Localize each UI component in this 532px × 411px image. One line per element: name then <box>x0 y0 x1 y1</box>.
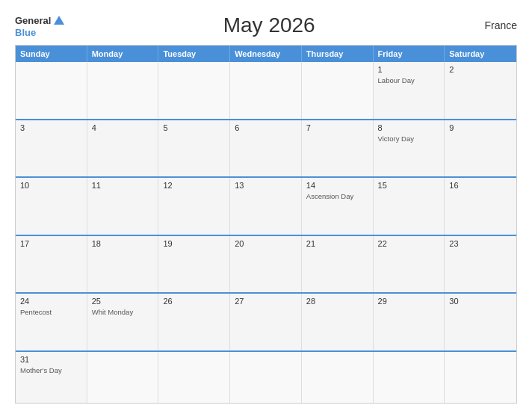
calendar-cell: 4 <box>87 120 159 177</box>
calendar-cell: 19 <box>158 236 230 293</box>
calendar-cell <box>302 62 374 119</box>
day-number: 31 <box>20 355 82 364</box>
day-number: 5 <box>163 123 225 132</box>
calendar-cell <box>158 62 230 119</box>
col-friday: Friday <box>374 46 445 62</box>
day-number: 4 <box>92 123 154 132</box>
calendar-cell: 13 <box>230 178 302 235</box>
calendar-cell: 30 <box>445 294 516 350</box>
logo-blue-text: Blue <box>15 28 66 37</box>
calendar-cell: 18 <box>87 236 159 293</box>
calendar-cell: 9 <box>445 120 516 177</box>
day-number: 2 <box>449 65 512 74</box>
calendar-body: 1Labour Day2345678Victory Day91011121314… <box>16 62 516 403</box>
day-number: 28 <box>306 297 368 306</box>
calendar: Sunday Monday Tuesday Wednesday Thursday… <box>15 45 517 404</box>
calendar-week-1: 1Labour Day2 <box>16 62 516 119</box>
holiday-label: Pentecost <box>20 308 82 316</box>
holiday-label: Whit Monday <box>92 308 154 316</box>
calendar-cell <box>16 62 87 119</box>
day-number: 7 <box>306 123 368 132</box>
calendar-cell <box>87 62 159 119</box>
calendar-cell: 24Pentecost <box>16 294 87 350</box>
col-saturday: Saturday <box>445 46 516 62</box>
calendar-week-4: 17181920212223 <box>16 235 516 293</box>
holiday-label: Ascension Day <box>306 192 368 200</box>
col-wednesday: Wednesday <box>230 46 302 62</box>
calendar-week-2: 345678Victory Day9 <box>16 119 516 177</box>
logo-icon <box>52 14 66 28</box>
calendar-week-5: 24Pentecost25Whit Monday2627282930 <box>16 292 516 350</box>
calendar-week-6: 31Mother's Day <box>16 350 516 403</box>
day-number: 6 <box>235 123 297 132</box>
country-label: France <box>472 19 517 31</box>
day-number: 18 <box>92 239 154 248</box>
calendar-cell <box>230 352 302 403</box>
day-number: 30 <box>449 297 512 306</box>
day-number: 17 <box>20 239 82 248</box>
calendar-cell: 26 <box>158 294 230 350</box>
day-number: 3 <box>20 123 82 132</box>
holiday-label: Victory Day <box>378 135 440 143</box>
logo: General Blue <box>15 14 66 37</box>
day-number: 11 <box>92 181 154 190</box>
calendar-header-row: Sunday Monday Tuesday Wednesday Thursday… <box>16 46 516 62</box>
day-number: 16 <box>449 181 512 190</box>
calendar-cell <box>445 352 516 403</box>
calendar-cell: 17 <box>16 236 87 293</box>
calendar-cell: 29 <box>374 294 445 350</box>
calendar-cell <box>87 352 159 403</box>
calendar-week-3: 1011121314Ascension Day1516 <box>16 176 516 235</box>
calendar-cell: 11 <box>87 178 159 235</box>
calendar-cell: 8Victory Day <box>374 120 445 177</box>
day-number: 22 <box>378 239 440 248</box>
day-number: 13 <box>235 181 297 190</box>
calendar-cell: 6 <box>230 120 302 177</box>
day-number: 29 <box>378 297 440 306</box>
col-sunday: Sunday <box>16 46 87 62</box>
header: General Blue May 2026 France <box>15 13 517 37</box>
calendar-cell: 16 <box>445 178 516 235</box>
month-title: May 2026 <box>66 13 472 37</box>
day-number: 14 <box>306 181 368 190</box>
day-number: 21 <box>306 239 368 248</box>
day-number: 19 <box>163 239 225 248</box>
day-number: 9 <box>449 123 512 132</box>
calendar-cell: 12 <box>158 178 230 235</box>
calendar-cell: 28 <box>302 294 374 350</box>
day-number: 26 <box>163 297 225 306</box>
calendar-cell: 15 <box>374 178 445 235</box>
day-number: 8 <box>378 123 440 132</box>
calendar-cell: 27 <box>230 294 302 350</box>
calendar-cell: 14Ascension Day <box>302 178 374 235</box>
col-thursday: Thursday <box>302 46 374 62</box>
calendar-cell <box>158 352 230 403</box>
calendar-cell: 10 <box>16 178 87 235</box>
calendar-cell: 5 <box>158 120 230 177</box>
day-number: 23 <box>449 239 512 248</box>
calendar-cell: 3 <box>16 120 87 177</box>
calendar-cell: 21 <box>302 236 374 293</box>
day-number: 12 <box>163 181 225 190</box>
svg-marker-0 <box>54 16 64 25</box>
day-number: 25 <box>92 297 154 306</box>
calendar-cell: 25Whit Monday <box>87 294 159 350</box>
calendar-cell <box>230 62 302 119</box>
calendar-cell: 2 <box>445 62 516 119</box>
day-number: 27 <box>235 297 297 306</box>
day-number: 24 <box>20 297 82 306</box>
logo-general-text: General <box>15 16 51 25</box>
calendar-cell <box>374 352 445 403</box>
calendar-cell: 22 <box>374 236 445 293</box>
calendar-cell: 1Labour Day <box>374 62 445 119</box>
day-number: 15 <box>378 181 440 190</box>
calendar-cell: 23 <box>445 236 516 293</box>
calendar-cell <box>302 352 374 403</box>
calendar-cell: 31Mother's Day <box>16 352 87 403</box>
calendar-cell: 20 <box>230 236 302 293</box>
page: General Blue May 2026 France Sunday Mond… <box>0 0 532 411</box>
holiday-label: Labour Day <box>378 76 440 84</box>
col-tuesday: Tuesday <box>158 46 230 62</box>
calendar-cell: 7 <box>302 120 374 177</box>
col-monday: Monday <box>87 46 159 62</box>
